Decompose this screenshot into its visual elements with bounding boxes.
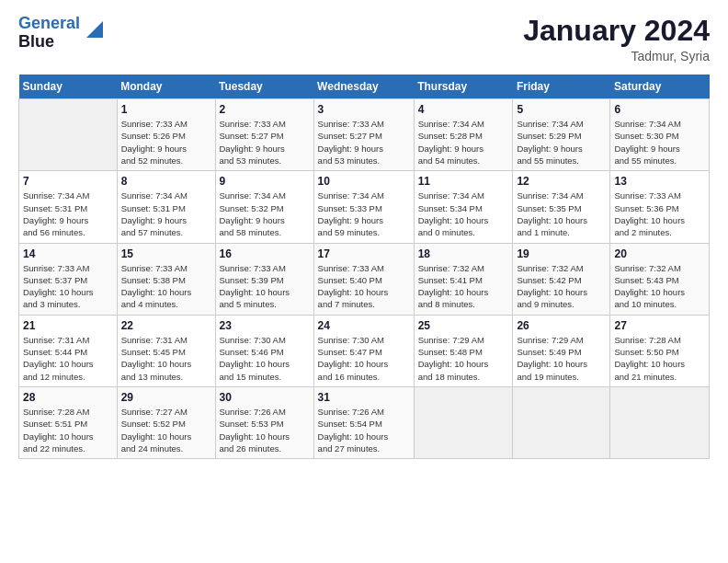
day-number: 23 bbox=[220, 319, 310, 332]
day-number: 13 bbox=[614, 175, 705, 188]
day-detail: Sunrise: 7:31 AM Sunset: 5:45 PM Dayligh… bbox=[121, 334, 211, 383]
day-detail: Sunrise: 7:34 AM Sunset: 5:31 PM Dayligh… bbox=[23, 190, 113, 238]
calendar-week-row: 7Sunrise: 7:34 AM Sunset: 5:31 PM Daylig… bbox=[19, 171, 710, 243]
day-number: 31 bbox=[318, 391, 410, 404]
day-detail: Sunrise: 7:34 AM Sunset: 5:28 PM Dayligh… bbox=[418, 118, 509, 167]
logo-text: General Blue bbox=[18, 15, 80, 52]
day-number: 22 bbox=[121, 319, 211, 332]
column-header-saturday: Saturday bbox=[610, 75, 710, 99]
calendar-cell: 7Sunrise: 7:34 AM Sunset: 5:31 PM Daylig… bbox=[19, 171, 118, 243]
day-detail: Sunrise: 7:26 AM Sunset: 5:54 PM Dayligh… bbox=[318, 406, 410, 454]
day-detail: Sunrise: 7:33 AM Sunset: 5:27 PM Dayligh… bbox=[318, 118, 410, 167]
day-number: 14 bbox=[23, 247, 113, 260]
calendar-week-row: 14Sunrise: 7:33 AM Sunset: 5:37 PM Dayli… bbox=[19, 243, 710, 315]
column-header-sunday: Sunday bbox=[19, 75, 118, 99]
calendar-cell: 6Sunrise: 7:34 AM Sunset: 5:30 PM Daylig… bbox=[610, 99, 710, 171]
calendar-week-row: 28Sunrise: 7:28 AM Sunset: 5:51 PM Dayli… bbox=[19, 386, 710, 458]
day-number: 17 bbox=[318, 247, 410, 260]
title-section: January 2024 Tadmur, Syria bbox=[523, 15, 710, 63]
calendar-cell bbox=[610, 386, 710, 458]
calendar-cell: 13Sunrise: 7:33 AM Sunset: 5:36 PM Dayli… bbox=[610, 171, 710, 243]
day-detail: Sunrise: 7:33 AM Sunset: 5:27 PM Dayligh… bbox=[220, 118, 310, 167]
calendar-header-row: SundayMondayTuesdayWednesdayThursdayFrid… bbox=[19, 75, 710, 99]
column-header-wednesday: Wednesday bbox=[313, 75, 414, 99]
day-number: 10 bbox=[318, 175, 410, 188]
day-number: 18 bbox=[418, 247, 509, 260]
day-detail: Sunrise: 7:34 AM Sunset: 5:33 PM Dayligh… bbox=[318, 190, 410, 238]
day-detail: Sunrise: 7:33 AM Sunset: 5:39 PM Dayligh… bbox=[220, 262, 310, 311]
column-header-friday: Friday bbox=[513, 75, 610, 99]
page-container: General Blue January 2024 Tadmur, Syria … bbox=[0, 0, 728, 468]
day-detail: Sunrise: 7:34 AM Sunset: 5:31 PM Dayligh… bbox=[121, 190, 211, 238]
logo-icon bbox=[83, 19, 103, 40]
day-number: 19 bbox=[517, 247, 606, 260]
calendar-cell: 25Sunrise: 7:29 AM Sunset: 5:48 PM Dayli… bbox=[414, 315, 513, 386]
calendar-cell: 21Sunrise: 7:31 AM Sunset: 5:44 PM Dayli… bbox=[19, 315, 118, 386]
day-number: 11 bbox=[418, 175, 509, 188]
calendar-cell bbox=[414, 386, 513, 458]
day-number: 29 bbox=[121, 391, 211, 404]
day-detail: Sunrise: 7:33 AM Sunset: 5:36 PM Dayligh… bbox=[614, 190, 705, 238]
calendar-table: SundayMondayTuesdayWednesdayThursdayFrid… bbox=[18, 75, 710, 459]
day-detail: Sunrise: 7:33 AM Sunset: 5:26 PM Dayligh… bbox=[121, 118, 211, 167]
day-detail: Sunrise: 7:32 AM Sunset: 5:42 PM Dayligh… bbox=[517, 262, 606, 311]
column-header-monday: Monday bbox=[117, 75, 215, 99]
day-detail: Sunrise: 7:33 AM Sunset: 5:38 PM Dayligh… bbox=[121, 262, 211, 311]
calendar-cell: 29Sunrise: 7:27 AM Sunset: 5:52 PM Dayli… bbox=[117, 386, 215, 458]
day-detail: Sunrise: 7:33 AM Sunset: 5:40 PM Dayligh… bbox=[318, 262, 410, 311]
day-number: 6 bbox=[614, 103, 705, 116]
calendar-cell: 14Sunrise: 7:33 AM Sunset: 5:37 PM Dayli… bbox=[19, 243, 118, 315]
day-number: 21 bbox=[23, 319, 113, 332]
day-detail: Sunrise: 7:32 AM Sunset: 5:41 PM Dayligh… bbox=[418, 262, 509, 311]
column-header-thursday: Thursday bbox=[414, 75, 513, 99]
day-number: 28 bbox=[23, 391, 113, 404]
calendar-cell: 17Sunrise: 7:33 AM Sunset: 5:40 PM Dayli… bbox=[313, 243, 414, 315]
calendar-cell: 16Sunrise: 7:33 AM Sunset: 5:39 PM Dayli… bbox=[215, 243, 313, 315]
day-number: 24 bbox=[318, 319, 410, 332]
calendar-week-row: 21Sunrise: 7:31 AM Sunset: 5:44 PM Dayli… bbox=[19, 315, 710, 386]
calendar-cell: 8Sunrise: 7:34 AM Sunset: 5:31 PM Daylig… bbox=[117, 171, 215, 243]
day-detail: Sunrise: 7:34 AM Sunset: 5:32 PM Dayligh… bbox=[220, 190, 310, 238]
day-number: 26 bbox=[517, 319, 606, 332]
header: General Blue January 2024 Tadmur, Syria bbox=[18, 15, 710, 63]
day-number: 4 bbox=[418, 103, 509, 116]
calendar-cell: 19Sunrise: 7:32 AM Sunset: 5:42 PM Dayli… bbox=[513, 243, 610, 315]
day-number: 1 bbox=[121, 103, 211, 116]
day-detail: Sunrise: 7:31 AM Sunset: 5:44 PM Dayligh… bbox=[23, 334, 113, 383]
day-number: 9 bbox=[220, 175, 310, 188]
calendar-week-row: 1Sunrise: 7:33 AM Sunset: 5:26 PM Daylig… bbox=[19, 99, 710, 171]
day-detail: Sunrise: 7:34 AM Sunset: 5:30 PM Dayligh… bbox=[614, 118, 705, 167]
day-detail: Sunrise: 7:30 AM Sunset: 5:47 PM Dayligh… bbox=[318, 334, 410, 383]
day-detail: Sunrise: 7:29 AM Sunset: 5:49 PM Dayligh… bbox=[517, 334, 606, 383]
column-header-tuesday: Tuesday bbox=[215, 75, 313, 99]
day-detail: Sunrise: 7:32 AM Sunset: 5:43 PM Dayligh… bbox=[614, 262, 705, 311]
calendar-cell: 12Sunrise: 7:34 AM Sunset: 5:35 PM Dayli… bbox=[513, 171, 610, 243]
calendar-cell: 26Sunrise: 7:29 AM Sunset: 5:49 PM Dayli… bbox=[513, 315, 610, 386]
day-number: 8 bbox=[121, 175, 211, 188]
calendar-cell: 3Sunrise: 7:33 AM Sunset: 5:27 PM Daylig… bbox=[313, 99, 414, 171]
day-detail: Sunrise: 7:30 AM Sunset: 5:46 PM Dayligh… bbox=[220, 334, 310, 383]
day-number: 3 bbox=[318, 103, 410, 116]
calendar-cell: 1Sunrise: 7:33 AM Sunset: 5:26 PM Daylig… bbox=[117, 99, 215, 171]
day-detail: Sunrise: 7:28 AM Sunset: 5:50 PM Dayligh… bbox=[614, 334, 705, 383]
calendar-cell: 18Sunrise: 7:32 AM Sunset: 5:41 PM Dayli… bbox=[414, 243, 513, 315]
day-number: 30 bbox=[220, 391, 310, 404]
calendar-cell: 15Sunrise: 7:33 AM Sunset: 5:38 PM Dayli… bbox=[117, 243, 215, 315]
day-detail: Sunrise: 7:34 AM Sunset: 5:35 PM Dayligh… bbox=[517, 190, 606, 238]
calendar-cell: 27Sunrise: 7:28 AM Sunset: 5:50 PM Dayli… bbox=[610, 315, 710, 386]
day-number: 12 bbox=[517, 175, 606, 188]
day-number: 20 bbox=[614, 247, 705, 260]
calendar-cell: 2Sunrise: 7:33 AM Sunset: 5:27 PM Daylig… bbox=[215, 99, 313, 171]
calendar-cell: 9Sunrise: 7:34 AM Sunset: 5:32 PM Daylig… bbox=[215, 171, 313, 243]
calendar-cell: 11Sunrise: 7:34 AM Sunset: 5:34 PM Dayli… bbox=[414, 171, 513, 243]
calendar-cell: 10Sunrise: 7:34 AM Sunset: 5:33 PM Dayli… bbox=[313, 171, 414, 243]
calendar-cell bbox=[19, 99, 118, 171]
day-number: 7 bbox=[23, 175, 113, 188]
svg-marker-0 bbox=[86, 21, 103, 38]
day-detail: Sunrise: 7:34 AM Sunset: 5:34 PM Dayligh… bbox=[418, 190, 509, 238]
logo: General Blue bbox=[18, 15, 103, 52]
calendar-cell: 28Sunrise: 7:28 AM Sunset: 5:51 PM Dayli… bbox=[19, 386, 118, 458]
day-detail: Sunrise: 7:27 AM Sunset: 5:52 PM Dayligh… bbox=[121, 406, 211, 454]
day-number: 15 bbox=[121, 247, 211, 260]
calendar-cell: 24Sunrise: 7:30 AM Sunset: 5:47 PM Dayli… bbox=[313, 315, 414, 386]
